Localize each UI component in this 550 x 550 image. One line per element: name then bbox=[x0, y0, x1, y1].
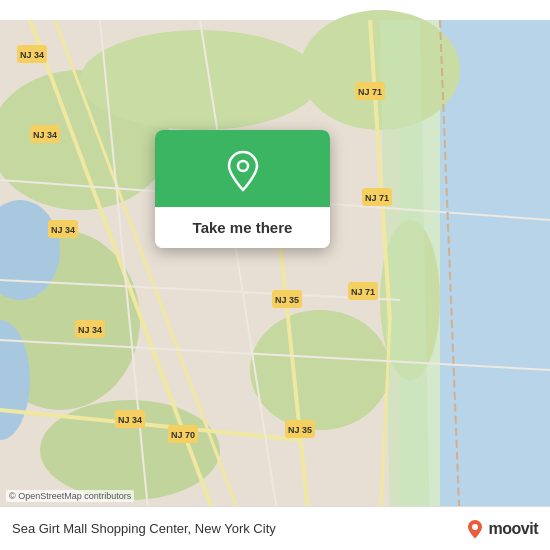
svg-text:NJ 35: NJ 35 bbox=[275, 295, 299, 305]
popup-card: Take me there bbox=[155, 130, 330, 248]
popup-header bbox=[155, 130, 330, 207]
svg-point-7 bbox=[250, 310, 390, 430]
svg-text:NJ 34: NJ 34 bbox=[78, 325, 102, 335]
svg-text:NJ 34: NJ 34 bbox=[118, 415, 142, 425]
svg-text:NJ 70: NJ 70 bbox=[171, 430, 195, 440]
bottom-bar: Sea Girt Mall Shopping Center, New York … bbox=[0, 506, 550, 550]
svg-point-5 bbox=[80, 30, 320, 130]
osm-attribution: © OpenStreetMap contributors bbox=[6, 490, 134, 502]
svg-text:NJ 34: NJ 34 bbox=[33, 130, 57, 140]
svg-text:NJ 71: NJ 71 bbox=[358, 87, 382, 97]
svg-point-6 bbox=[300, 10, 460, 130]
svg-point-47 bbox=[472, 524, 478, 530]
svg-text:NJ 71: NJ 71 bbox=[351, 287, 375, 297]
map-svg: NJ 34 NJ 34 NJ 34 NJ 34 NJ 34 NJ 35 NJ 3… bbox=[0, 0, 550, 550]
svg-text:NJ 34: NJ 34 bbox=[20, 50, 44, 60]
svg-point-46 bbox=[238, 161, 248, 171]
svg-text:NJ 71: NJ 71 bbox=[365, 193, 389, 203]
map-container: NJ 34 NJ 34 NJ 34 NJ 34 NJ 34 NJ 35 NJ 3… bbox=[0, 0, 550, 550]
svg-text:NJ 35: NJ 35 bbox=[288, 425, 312, 435]
location-pin-icon bbox=[221, 148, 265, 192]
svg-text:NJ 34: NJ 34 bbox=[51, 225, 75, 235]
moovit-pin-icon bbox=[465, 519, 485, 539]
popup-triangle bbox=[226, 236, 246, 248]
moovit-logo-text: moovit bbox=[489, 520, 538, 538]
location-name: Sea Girt Mall Shopping Center, New York … bbox=[12, 521, 276, 536]
moovit-logo: moovit bbox=[465, 519, 538, 539]
